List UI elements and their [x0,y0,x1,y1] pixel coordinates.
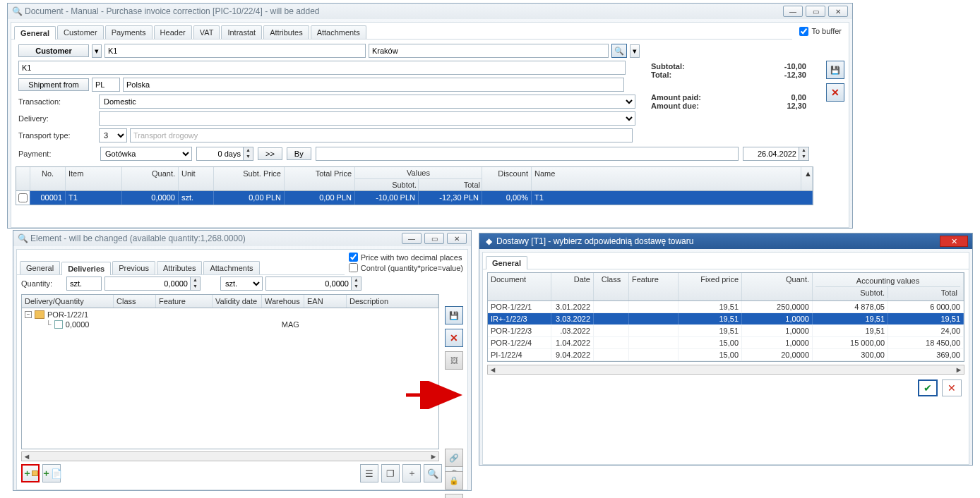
customer-search-icon[interactable]: 🔍 [611,44,627,58]
element-titlebar: 🔍 Element - will be changed (available q… [13,231,471,246]
magnify-icon: 🔍 [18,233,28,243]
app-icon: ◆ [484,236,494,246]
dostawy-scroll[interactable]: ◄► [487,365,964,375]
element-title: Element - will be changed (available qua… [30,233,246,243]
customer-code-input[interactable] [104,44,366,58]
maximize-button[interactable]: ▭ [424,233,444,244]
plus-icon[interactable]: ＋ [402,464,421,482]
tab-payments[interactable]: Payments [105,25,153,39]
transport-name-input[interactable] [130,128,633,142]
shipment-name-input[interactable] [123,78,624,92]
tab-intrastat[interactable]: Intrastat [221,25,262,39]
payment-label: Payment: [18,150,96,158]
customer-search-drop[interactable]: ▾ [630,44,640,58]
add-folder-button[interactable]: ＋ [21,464,40,482]
tree-scroll[interactable]: ◄► [21,451,439,461]
delivery-row[interactable]: POR-1/22/13.01.202219,51250,00004 878,05… [488,301,964,313]
transaction-label: Transaction: [18,97,96,106]
copy-icon[interactable]: ❐ [381,464,400,482]
to-buffer-checkbox[interactable]: To buffer [792,24,849,39]
doc-icon [54,320,63,329]
customer-full-input[interactable] [18,61,626,75]
shipment-button[interactable]: Shipment from [18,78,89,91]
el-tab-attachments[interactable]: Attachments [203,261,259,274]
payment-go-button[interactable]: >> [258,147,282,160]
close-button[interactable]: ✕ [447,233,467,244]
tab-customer[interactable]: Customer [57,25,104,39]
link-icon[interactable]: 🔗 [445,449,463,467]
export-icon[interactable]: ⤴ [445,494,463,498]
payment-date-spinner[interactable]: ▲▼ [743,147,809,161]
delivery-row[interactable]: IR+-1/22/33.03.202219,511,000019,5119,51 [488,313,964,325]
delivery-select[interactable] [99,111,635,126]
dostawy-tab-general[interactable]: General [486,256,527,269]
customer-drop-button[interactable]: ▾ [92,44,102,58]
save-icon[interactable]: 💾 [826,61,844,79]
main-titlebar: 🔍 Document - Manual - Purchase invoice c… [8,4,852,19]
customer-city-input[interactable] [369,44,609,58]
control-checkbox[interactable]: Control (quantity*price=value) [349,263,463,272]
payment-days-spinner[interactable]: ▲▼ [196,147,253,161]
price-decimal-checkbox[interactable]: Price with two decimal places [349,253,463,262]
cancel-icon[interactable]: ✕ [826,83,844,102]
main-tabs: General Customer Payments Header VAT Int… [11,23,792,40]
image-icon[interactable]: 🖼 [445,351,463,370]
close-button[interactable]: ✕ [940,236,968,247]
transaction-select[interactable]: Domestic [99,95,635,109]
minimize-button[interactable]: — [402,233,422,244]
save-icon[interactable]: 💾 [445,306,463,324]
el-tab-attributes[interactable]: Attributes [157,261,202,274]
el-tab-deliveries[interactable]: Deliveries [61,262,111,275]
magnify-icon: 🔍 [12,6,22,16]
qty-unit1 [66,277,102,291]
payment-by-button[interactable]: By [287,147,311,160]
list-icon[interactable]: ☰ [360,464,378,482]
customer-button[interactable]: Customer [18,44,89,57]
payment-note-input[interactable] [316,147,739,161]
dostawy-titlebar: ◆ Dostawy [T1] - wybierz odpowiednią dos… [479,233,972,249]
collapse-icon[interactable]: − [25,311,32,318]
deliveries-grid: Document Date Class Feature Fixed price … [487,272,964,362]
arrow-annotation [402,381,466,409]
confirm-button[interactable]: ✔ [918,379,938,396]
dostawy-title: Dostawy [T1] - wybierz odpowiednią dosta… [496,236,693,246]
transport-code-select[interactable]: 3 [99,128,127,142]
delivery-row[interactable]: POR-1/22/3.03.202219,511,000019,5124,00 [488,325,964,337]
add-doc-button[interactable]: ＋📄 [42,464,61,482]
dostawy-window: ◆ Dostawy [T1] - wybierz odpowiednią dos… [479,233,973,466]
cancel-icon[interactable]: ✕ [445,329,463,347]
delivery-row[interactable]: PI-1/22/49.04.202215,0020,0000300,00369,… [488,349,964,361]
el-tab-general[interactable]: General [20,261,60,274]
cancel-button[interactable]: ✕ [942,379,962,396]
transport-label: Transport type: [18,131,96,140]
quantity-label: Quantity: [21,279,64,288]
element-window: 🔍 Element - will be changed (available q… [13,230,472,491]
delivery-tree-grid: Delivery/Quantity Class Feature Validity… [21,294,439,449]
qty1-spinner[interactable]: ▲▼ [104,277,201,291]
tab-attachments[interactable]: Attachments [311,25,366,39]
tab-vat[interactable]: VAT [193,25,220,39]
folder-icon [35,310,44,319]
tab-header[interactable]: Header [154,25,192,39]
shipment-code-input[interactable] [92,78,120,92]
tree-child-row[interactable]: └ 0,0000 MAG [25,320,436,329]
qty2-spinner[interactable]: ▲▼ [265,277,361,291]
items-grid: No. Item Quant. Unit Subt. Price Total P… [16,166,813,205]
maximize-button[interactable]: ▭ [806,6,825,17]
delivery-row[interactable]: POR-1/22/41.04.202215,001,000015 000,001… [488,337,964,349]
item-row[interactable]: 00001 T1 0,0000 szt. 0,00 PLN 0,00 PLN -… [16,191,813,205]
payment-method-select[interactable]: Gotówka [100,147,192,161]
minimize-button[interactable]: — [783,6,803,17]
tree-root-row[interactable]: − POR-1/22/1 [25,310,436,320]
main-document-window: 🔍 Document - Manual - Purchase invoice c… [7,3,853,229]
el-tab-previous[interactable]: Previous [112,261,155,274]
main-title: Document - Manual - Purchase invoice cor… [25,6,320,16]
search-icon[interactable]: 🔍 [424,464,442,482]
qty-unit2-select[interactable]: szt. [220,277,263,291]
summary-panel: Subtotal:-10,00 Total:-12,30 Amount paid… [651,62,806,110]
tab-general[interactable]: General [14,26,56,40]
close-button[interactable]: ✕ [828,6,848,17]
delivery-label: Delivery: [18,114,96,123]
tab-attributes[interactable]: Attributes [263,25,309,39]
lock-icon[interactable]: 🔒 [445,471,463,490]
